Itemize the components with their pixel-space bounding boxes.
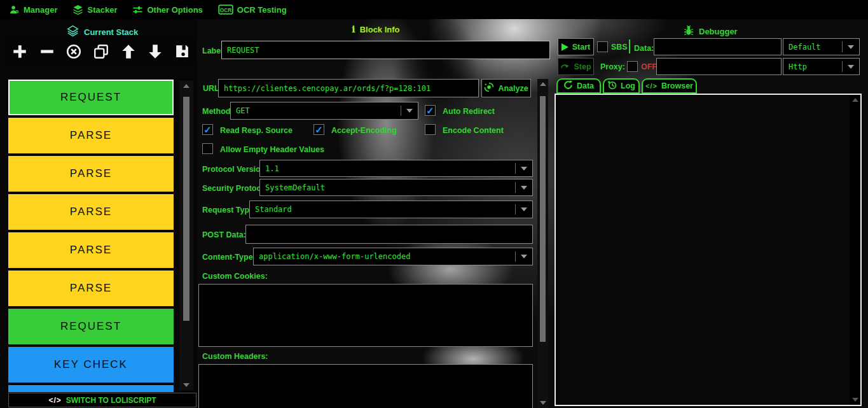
ocr-icon: OCR: [218, 4, 233, 15]
debugger-output-scrollbar[interactable]: [850, 95, 860, 405]
custom-cookies-label: Custom Cookies:: [202, 272, 268, 281]
stack-block-label: PARSE: [70, 206, 112, 218]
step-button-label: Step: [574, 62, 591, 71]
sbs-checkbox[interactable]: [597, 41, 608, 52]
stack-block-label: PARSE: [70, 167, 112, 180]
stack-block[interactable]: REQUEST: [8, 309, 174, 344]
stack-block-label: PARSE: [70, 129, 112, 142]
post-data-input[interactable]: [245, 225, 533, 244]
stack-block[interactable]: PARSE: [8, 271, 174, 306]
stack-scrollbar[interactable]: [179, 81, 193, 390]
auto-redirect-checkbox[interactable]: [425, 105, 436, 116]
stack-block[interactable]: PARSE: [8, 156, 174, 192]
auto-redirect-label: Auto Redirect: [443, 107, 495, 116]
refresh-icon: [563, 80, 573, 92]
move-down-button[interactable]: [145, 41, 165, 62]
debugger-proxy-input[interactable]: [656, 58, 782, 75]
request-type-value: Standard: [250, 205, 515, 214]
stack-block-label: PARSE: [70, 282, 112, 295]
chevron-down-icon: [401, 109, 418, 113]
disable-block-button[interactable]: [64, 41, 84, 62]
method-dropdown[interactable]: GET: [230, 102, 418, 120]
debugger-step-button[interactable]: Step: [558, 58, 594, 75]
method-field-label: Method:: [202, 107, 233, 116]
stack-block[interactable]: REQUEST: [8, 80, 174, 115]
encode-content-checkbox[interactable]: [425, 124, 436, 135]
scroll-down-arrow[interactable]: [179, 380, 193, 390]
proxy-type-dropdown[interactable]: Http: [783, 58, 860, 75]
chevron-down-icon: [843, 45, 859, 49]
allow-empty-headers-checkbox[interactable]: [202, 143, 213, 154]
save-config-button[interactable]: [172, 41, 193, 62]
scroll-up-arrow[interactable]: [179, 81, 193, 91]
menu-item-other-options[interactable]: Other Options: [132, 4, 202, 15]
scroll-up-arrow[interactable]: [850, 95, 860, 105]
security-protocol-value: SystemDefault: [260, 183, 515, 192]
stack-block[interactable]: [8, 385, 174, 392]
sliders-icon: [132, 4, 143, 15]
scrollbar-thumb[interactable]: [540, 96, 546, 342]
step-arrow-icon: [560, 62, 570, 72]
play-icon: [561, 43, 568, 51]
stack-block[interactable]: KEY CHECK: [8, 347, 174, 383]
analyze-button[interactable]: Analyze: [481, 79, 531, 97]
block-label-input[interactable]: [221, 41, 550, 59]
tab-browser[interactable]: </> Browser: [642, 78, 697, 94]
protocol-version-value: 1.1: [260, 164, 515, 173]
debugger-title: Debugger: [683, 25, 738, 38]
scroll-up-arrow[interactable]: [537, 79, 548, 89]
content-type-dropdown[interactable]: application/x-www-form-urlencoded: [253, 248, 533, 265]
proxy-status-label: OFF: [641, 62, 657, 71]
stack-block[interactable]: PARSE: [8, 194, 174, 230]
encode-content-label: Encode Content: [443, 126, 504, 135]
clone-block-button[interactable]: [91, 41, 111, 62]
switch-button-label: SWITCH TO LOLISCRIPT: [66, 396, 156, 405]
scrollbar-thumb[interactable]: [183, 97, 189, 321]
info-icon: i: [352, 25, 355, 34]
sbs-label: SBS: [611, 43, 628, 52]
analyze-button-label: Analyze: [498, 84, 528, 93]
top-menu-bar: Manager Stacker Other Options OCR OCR Te…: [0, 0, 868, 19]
tab-data[interactable]: Data: [556, 78, 601, 94]
content-type-value: application/x-www-form-urlencoded: [254, 252, 515, 261]
menu-item-ocr-testing[interactable]: OCR OCR Testing: [218, 4, 287, 15]
chevron-down-icon: [516, 208, 532, 211]
stack-block-label: PARSE: [70, 244, 112, 257]
manager-icon: [9, 4, 20, 15]
debugger-data-input[interactable]: [654, 38, 782, 55]
allow-empty-headers-label: Allow Empty Header Values: [220, 145, 324, 154]
remove-block-button[interactable]: [37, 41, 57, 62]
menu-item-stacker[interactable]: Stacker: [72, 4, 117, 15]
scroll-down-arrow[interactable]: [850, 395, 860, 405]
wordlist-type-value: Default: [783, 43, 842, 52]
stack-block-label: REQUEST: [60, 91, 121, 104]
add-block-button[interactable]: [10, 41, 30, 62]
stack-block[interactable]: PARSE: [8, 232, 174, 268]
scroll-down-arrow[interactable]: [537, 398, 548, 408]
switch-to-loliscript-button[interactable]: </> SWITCH TO LOLISCRIPT: [8, 393, 196, 407]
security-protocol-dropdown[interactable]: SystemDefault: [259, 179, 533, 196]
debugger-start-button[interactable]: Start: [558, 38, 594, 55]
menu-item-manager[interactable]: Manager: [9, 4, 57, 15]
move-up-button[interactable]: [118, 41, 139, 62]
custom-headers-textarea[interactable]: [198, 364, 533, 408]
stack-block[interactable]: PARSE: [8, 118, 174, 153]
protocol-version-dropdown[interactable]: 1.1: [259, 160, 533, 177]
custom-cookies-textarea[interactable]: [198, 284, 533, 347]
menu-item-label: Manager: [24, 5, 57, 15]
wordlist-type-dropdown[interactable]: Default: [783, 38, 860, 55]
accept-encoding-checkbox[interactable]: [313, 124, 324, 135]
block-info-scrollbar[interactable]: [537, 79, 548, 408]
url-input[interactable]: [218, 79, 479, 97]
current-stack-title: Current Stack: [66, 25, 138, 39]
stack-diamond-icon: [66, 25, 79, 39]
data-field-label: Data:: [634, 44, 654, 53]
chevron-down-icon: [516, 186, 532, 190]
proxy-type-value: Http: [783, 62, 842, 71]
proxy-checkbox[interactable]: [627, 61, 638, 72]
accept-encoding-label: Accept-Encoding: [331, 126, 397, 135]
read-resp-source-checkbox[interactable]: [202, 124, 213, 135]
request-type-dropdown[interactable]: Standard: [249, 200, 533, 218]
tab-log[interactable]: Log: [603, 78, 640, 94]
tab-label: Data: [577, 81, 594, 90]
